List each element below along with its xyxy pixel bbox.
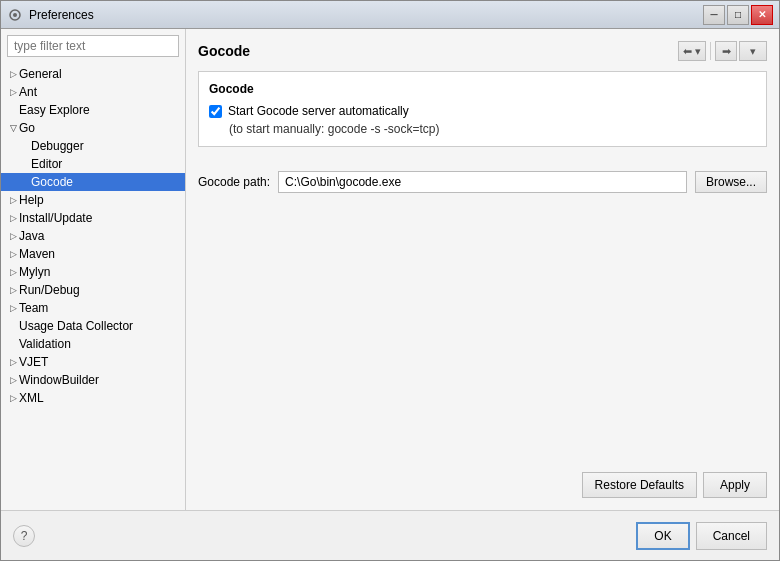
expand-arrow-maven: ▷ bbox=[7, 248, 19, 260]
expand-arrow-mylyn: ▷ bbox=[7, 266, 19, 278]
apply-button[interactable]: Apply bbox=[703, 472, 767, 498]
left-panel: ▷ General ▷ Ant Easy Explore ▽ Go Debugg… bbox=[1, 29, 186, 510]
sidebar-item-mylyn[interactable]: ▷ Mylyn bbox=[1, 263, 185, 281]
sidebar-item-usage-data-collector[interactable]: Usage Data Collector bbox=[1, 317, 185, 335]
gocode-section: Gocode Start Gocode server automatically… bbox=[198, 71, 767, 147]
sidebar-item-label: Usage Data Collector bbox=[19, 319, 133, 333]
sidebar-item-label: Gocode bbox=[31, 175, 73, 189]
bottom-left: ? bbox=[13, 525, 35, 547]
sidebar-item-vjet[interactable]: ▷ VJET bbox=[1, 353, 185, 371]
sidebar-item-label: Team bbox=[19, 301, 48, 315]
nav-separator bbox=[710, 42, 711, 60]
sidebar-item-help[interactable]: ▷ Help bbox=[1, 191, 185, 209]
auto-start-checkbox[interactable] bbox=[209, 105, 222, 118]
window-icon bbox=[7, 7, 23, 23]
sidebar-item-go-editor[interactable]: Editor bbox=[1, 155, 185, 173]
path-row: Gocode path: Browse... bbox=[198, 171, 767, 193]
svg-point-1 bbox=[13, 13, 17, 17]
panel-buttons: Restore Defaults Apply bbox=[198, 462, 767, 498]
expand-arrow-go: ▽ bbox=[7, 122, 19, 134]
sidebar-item-label: XML bbox=[19, 391, 44, 405]
window-title: Preferences bbox=[29, 8, 703, 22]
tree-area: ▷ General ▷ Ant Easy Explore ▽ Go Debugg… bbox=[1, 63, 185, 510]
expand-arrow-xml: ▷ bbox=[7, 392, 19, 404]
sidebar-item-label: Go bbox=[19, 121, 35, 135]
cancel-button[interactable]: Cancel bbox=[696, 522, 767, 550]
filter-input[interactable] bbox=[7, 35, 179, 57]
sidebar-item-label: Editor bbox=[31, 157, 62, 171]
sidebar-item-validation[interactable]: Validation bbox=[1, 335, 185, 353]
sidebar-item-java[interactable]: ▷ Java bbox=[1, 227, 185, 245]
sidebar-item-label: Run/Debug bbox=[19, 283, 80, 297]
nav-dropdown-button[interactable]: ▾ bbox=[739, 41, 767, 61]
nav-icons: ⬅ ▾ ➡ ▾ bbox=[678, 41, 767, 61]
maximize-button[interactable]: □ bbox=[727, 5, 749, 25]
sidebar-item-go-debugger[interactable]: Debugger bbox=[1, 137, 185, 155]
sidebar-item-install-update[interactable]: ▷ Install/Update bbox=[1, 209, 185, 227]
sidebar-item-label: Help bbox=[19, 193, 44, 207]
sidebar-item-label: Mylyn bbox=[19, 265, 50, 279]
sidebar-item-label: Debugger bbox=[31, 139, 84, 153]
sidebar-item-label: Install/Update bbox=[19, 211, 92, 225]
expand-arrow-team: ▷ bbox=[7, 302, 19, 314]
close-button[interactable]: ✕ bbox=[751, 5, 773, 25]
sidebar-item-windowbuilder[interactable]: ▷ WindowBuilder bbox=[1, 371, 185, 389]
bottom-right: OK Cancel bbox=[636, 522, 767, 550]
sidebar-item-run-debug[interactable]: ▷ Run/Debug bbox=[1, 281, 185, 299]
expand-arrow-install: ▷ bbox=[7, 212, 19, 224]
hint-text: (to start manually: gocode -s -sock=tcp) bbox=[209, 122, 756, 136]
sidebar-item-maven[interactable]: ▷ Maven bbox=[1, 245, 185, 263]
title-bar: Preferences ─ □ ✕ bbox=[1, 1, 779, 29]
sidebar-item-label: Ant bbox=[19, 85, 37, 99]
expand-arrow-windowbuilder: ▷ bbox=[7, 374, 19, 386]
sidebar-item-xml[interactable]: ▷ XML bbox=[1, 389, 185, 407]
expand-arrow-vjet: ▷ bbox=[7, 356, 19, 368]
minimize-button[interactable]: ─ bbox=[703, 5, 725, 25]
checkbox-row: Start Gocode server automatically bbox=[209, 104, 756, 118]
sidebar-item-label: VJET bbox=[19, 355, 48, 369]
sidebar-item-label: General bbox=[19, 67, 62, 81]
expand-arrow-general: ▷ bbox=[7, 68, 19, 80]
sidebar-item-label: Java bbox=[19, 229, 44, 243]
sidebar-item-label: Validation bbox=[19, 337, 71, 351]
path-input[interactable] bbox=[278, 171, 687, 193]
browse-button[interactable]: Browse... bbox=[695, 171, 767, 193]
sidebar-item-go-gocode[interactable]: Gocode bbox=[1, 173, 185, 191]
sidebar-item-go[interactable]: ▽ Go bbox=[1, 119, 185, 137]
nav-back-button[interactable]: ⬅ ▾ bbox=[678, 41, 706, 61]
preferences-window: Preferences ─ □ ✕ ▷ General ▷ Ant bbox=[0, 0, 780, 561]
help-icon[interactable]: ? bbox=[13, 525, 35, 547]
expand-arrow-help: ▷ bbox=[7, 194, 19, 206]
sidebar-item-ant[interactable]: ▷ Ant bbox=[1, 83, 185, 101]
expand-arrow-java: ▷ bbox=[7, 230, 19, 242]
page-title: Gocode bbox=[198, 43, 250, 59]
sidebar-item-easy-explore[interactable]: Easy Explore bbox=[1, 101, 185, 119]
ok-button[interactable]: OK bbox=[636, 522, 689, 550]
spacer bbox=[198, 193, 767, 462]
restore-defaults-button[interactable]: Restore Defaults bbox=[582, 472, 697, 498]
main-content: ▷ General ▷ Ant Easy Explore ▽ Go Debugg… bbox=[1, 29, 779, 510]
window-controls: ─ □ ✕ bbox=[703, 5, 773, 25]
expand-arrow-ant: ▷ bbox=[7, 86, 19, 98]
sidebar-item-label: WindowBuilder bbox=[19, 373, 99, 387]
expand-arrow-run-debug: ▷ bbox=[7, 284, 19, 296]
path-label: Gocode path: bbox=[198, 175, 270, 189]
right-panel: Gocode ⬅ ▾ ➡ ▾ Gocode Start Gocode serve… bbox=[186, 29, 779, 510]
sidebar-item-label: Easy Explore bbox=[19, 103, 90, 117]
right-header: Gocode ⬅ ▾ ➡ ▾ bbox=[198, 41, 767, 61]
sidebar-item-general[interactable]: ▷ General bbox=[1, 65, 185, 83]
section-title: Gocode bbox=[209, 82, 756, 96]
sidebar-item-label: Maven bbox=[19, 247, 55, 261]
checkbox-label: Start Gocode server automatically bbox=[228, 104, 409, 118]
bottom-bar: ? OK Cancel bbox=[1, 510, 779, 560]
sidebar-item-team[interactable]: ▷ Team bbox=[1, 299, 185, 317]
nav-forward-button[interactable]: ➡ bbox=[715, 41, 737, 61]
